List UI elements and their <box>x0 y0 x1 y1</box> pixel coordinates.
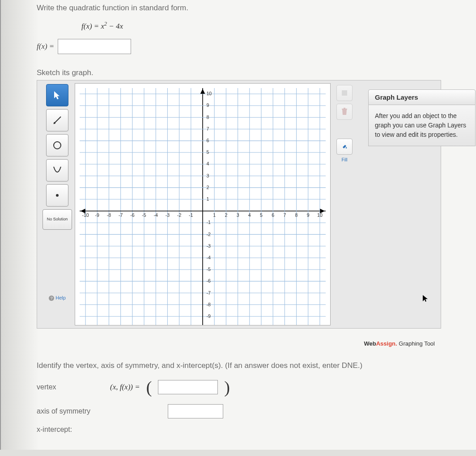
undo-icon <box>339 88 350 98</box>
svg-text:9: 9 <box>307 212 310 217</box>
credit-line: WebAssign. Graphing Tool <box>37 337 448 349</box>
line-tool-button[interactable] <box>46 109 68 131</box>
svg-text:6: 6 <box>206 138 209 143</box>
line-icon <box>52 115 63 126</box>
grid-svg: -10-9-8-7-6-5-4-3-2-112345678910-10-9-8-… <box>80 88 326 325</box>
svg-text:-5: -5 <box>206 266 211 272</box>
svg-text:-4: -4 <box>206 255 211 260</box>
svg-text:-10: -10 <box>82 212 89 217</box>
tool-toolbar: No Solution ?Help <box>40 83 75 325</box>
svg-text:-2: -2 <box>206 231 211 236</box>
svg-point-3 <box>54 142 61 149</box>
svg-point-92 <box>346 147 347 148</box>
axis-label: axis of symmetry <box>37 407 104 415</box>
help-icon: ? <box>49 296 54 301</box>
svg-text:3: 3 <box>206 173 209 178</box>
axis-input[interactable] <box>168 404 223 418</box>
svg-text:-8: -8 <box>107 212 111 217</box>
fill-label: Fill <box>342 157 348 162</box>
fx-label: f(x) = <box>37 42 54 51</box>
instruction-identify: Identify the vertex, axis of symmetry, a… <box>37 358 476 370</box>
circle-icon <box>52 140 63 151</box>
svg-text:-5: -5 <box>142 212 146 217</box>
fx-suffix: − 4x <box>107 22 123 30</box>
delete-button[interactable] <box>336 104 353 120</box>
instruction-sketch: Sketch its graph. <box>37 65 476 77</box>
fx-prefix: f(x) = x <box>81 22 104 30</box>
graph-layers-body: After you add an object to the graph you… <box>368 105 476 146</box>
svg-text:-2: -2 <box>177 212 182 217</box>
circle-tool-button[interactable] <box>46 134 68 156</box>
vertex-input[interactable] <box>158 380 218 394</box>
undo-button[interactable] <box>336 85 353 101</box>
svg-text:10: 10 <box>317 212 323 217</box>
svg-rect-91 <box>342 90 347 96</box>
credit-assign: Assign. <box>376 340 397 347</box>
parabola-tool-button[interactable] <box>46 159 68 182</box>
svg-text:4: 4 <box>248 212 251 217</box>
svg-text:8: 8 <box>206 114 209 119</box>
help-link[interactable]: ?Help <box>49 295 66 301</box>
svg-text:-9: -9 <box>206 313 211 319</box>
credit-web: Web <box>364 340 376 347</box>
svg-text:10: 10 <box>206 91 212 96</box>
svg-text:5: 5 <box>260 212 263 217</box>
svg-text:-7: -7 <box>119 212 123 217</box>
svg-marker-47 <box>200 89 205 94</box>
svg-text:-3: -3 <box>166 212 170 217</box>
no-solution-button[interactable]: No Solution <box>42 209 72 230</box>
parabola-icon <box>52 165 63 176</box>
graph-canvas[interactable]: -10-9-8-7-6-5-4-3-2-112345678910-10-9-8-… <box>75 83 331 325</box>
point-icon <box>52 190 63 201</box>
cursor-icon <box>422 294 430 302</box>
svg-text:-1: -1 <box>189 212 193 217</box>
svg-text:4: 4 <box>206 161 209 166</box>
instruction-standard-form: Write the quadratic function in standard… <box>37 0 476 13</box>
svg-text:3: 3 <box>237 212 239 217</box>
point-tool-button[interactable] <box>46 184 68 207</box>
paren-open: ( <box>146 377 152 397</box>
svg-text:9: 9 <box>206 102 209 108</box>
side-toolbar: Fill <box>331 83 356 325</box>
svg-text:-7: -7 <box>206 290 211 295</box>
xintercept-label: x-intercept: <box>37 426 104 434</box>
svg-text:-10: -10 <box>206 325 213 325</box>
paren-close: ) <box>224 377 230 397</box>
svg-text:2: 2 <box>225 212 227 217</box>
graph-layers-panel: Graph Layers After you add an object to … <box>368 89 476 146</box>
svg-text:-6: -6 <box>130 212 135 217</box>
svg-text:-1: -1 <box>206 220 211 225</box>
vertex-eq-label: (x, f(x)) = <box>110 383 140 392</box>
svg-text:-9: -9 <box>95 212 100 217</box>
svg-text:-3: -3 <box>206 243 211 248</box>
svg-text:-6: -6 <box>206 278 211 283</box>
svg-text:1: 1 <box>213 212 216 217</box>
svg-text:8: 8 <box>295 212 298 217</box>
vertex-label: vertex <box>37 383 104 391</box>
graphing-tool: No Solution ?Help -10-9-8-7-6-5-4-3-2-11… <box>37 80 441 329</box>
pointer-icon <box>52 90 63 101</box>
svg-text:1: 1 <box>206 196 209 202</box>
svg-text:-4: -4 <box>154 212 158 217</box>
trash-icon <box>339 106 350 117</box>
fill-button[interactable] <box>336 139 353 155</box>
svg-text:7: 7 <box>283 212 286 217</box>
svg-text:5: 5 <box>206 149 209 155</box>
fill-icon <box>341 143 348 150</box>
svg-point-4 <box>56 194 59 197</box>
help-label: Help <box>55 295 66 300</box>
svg-text:6: 6 <box>272 212 274 217</box>
svg-point-2 <box>54 122 55 124</box>
pointer-tool-button[interactable] <box>46 84 68 106</box>
graph-layers-title: Graph Layers <box>368 89 476 105</box>
svg-text:2: 2 <box>206 184 209 190</box>
credit-tool: Graphing Tool <box>397 340 435 347</box>
svg-text:-8: -8 <box>206 301 211 307</box>
fx-answer-input[interactable] <box>58 39 131 54</box>
svg-text:7: 7 <box>206 126 209 131</box>
given-function: f(x) = x2 − 4x <box>81 21 476 31</box>
